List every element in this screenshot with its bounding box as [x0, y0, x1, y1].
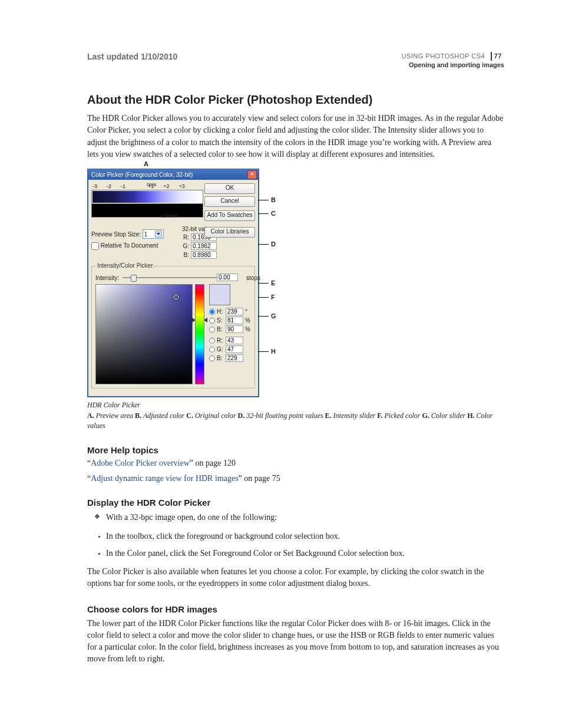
hsb-h-input[interactable]	[226, 308, 243, 315]
section-heading: About the HDR Color Picker (Photoshop Ex…	[87, 93, 504, 107]
color-field[interactable]	[95, 284, 193, 384]
hue-slider[interactable]	[195, 284, 204, 384]
preview-strip-new[interactable]	[91, 190, 203, 204]
cancel-button[interactable]: Cancel	[204, 196, 255, 207]
rgb-r-label: R:	[217, 337, 224, 344]
color-libraries-button[interactable]: Color Libraries	[204, 227, 255, 238]
close-icon[interactable]: ×	[247, 170, 257, 179]
link-adobe-color-picker-overview[interactable]: Adobe Color Picker overview	[91, 459, 190, 467]
intensity-slider[interactable]: Intensity: stops	[95, 275, 251, 281]
link-adjust-dynamic-range[interactable]: Adjust dynamic range view for HDR images	[91, 474, 238, 483]
intro-paragraph: The HDR Color Picker allows you to accur…	[87, 113, 504, 160]
legend-val: 32-bit floating point values	[244, 411, 325, 420]
preview-area: new -3 -2 -1 +1 +2 +3	[91, 183, 203, 218]
intensity-label: Intensity:	[95, 275, 119, 281]
bit-r-label: R:	[182, 234, 189, 241]
rgb-b-radio[interactable]	[209, 355, 215, 361]
figure-caption-title: HDR Color Picker	[87, 401, 504, 410]
hsb-b-radio[interactable]	[209, 327, 215, 332]
running-header: Last updated 1/10/2010 USING PHOTOSHOP C…	[87, 52, 504, 70]
hsb-b-unit: %	[245, 326, 251, 332]
hsb-h-label: H:	[217, 308, 224, 315]
hue-thumb-left-icon	[192, 318, 196, 322]
legend-key: B.	[135, 411, 141, 420]
legend-key: C.	[186, 411, 193, 420]
hsb-s-radio[interactable]	[209, 318, 215, 324]
rgb-g-label: G:	[217, 346, 224, 353]
titlebar[interactable]: Color Picker (Foreground Color, 32-bit) …	[88, 169, 259, 180]
intensity-value-input[interactable]	[217, 274, 238, 281]
stop-label	[135, 183, 138, 189]
display-after-paragraph: The Color Picker is also available when …	[87, 566, 504, 590]
hsb-h-unit: °	[245, 308, 251, 315]
dialog-title: Color Picker (Foreground Color, 32-bit)	[91, 172, 193, 178]
bit-b-input[interactable]	[191, 251, 217, 259]
hsb-b-input[interactable]	[226, 325, 243, 333]
preview-stop-size-value: 1	[144, 231, 148, 238]
legend-key: A.	[87, 411, 94, 420]
legend-val: Preview area	[94, 411, 135, 420]
doc-title: USING PHOTOSHOP CS4	[401, 52, 485, 60]
rgb-r-input[interactable]	[226, 337, 243, 344]
preview-strip-current	[91, 204, 203, 218]
legend-key: D.	[238, 411, 245, 420]
choose-heading: Choose colors for HDR images	[87, 604, 504, 614]
bit-b-label: B:	[182, 252, 189, 258]
preview-stop-size-dropdown[interactable]: 1	[143, 229, 164, 239]
figure-caption-legend: A. Preview area B. Adjusted color C. Ori…	[87, 411, 504, 431]
legend-key: H.	[467, 411, 474, 420]
label-new: new	[147, 182, 157, 187]
callout-F: F	[271, 294, 275, 301]
link-tail: ” on page 120	[190, 459, 236, 467]
preview-stop-size-label: Preview Stop Size:	[91, 231, 141, 238]
hsb-b-label: B:	[217, 326, 224, 332]
bit-g-input[interactable]	[191, 242, 217, 250]
ok-button[interactable]: OK	[204, 183, 255, 194]
choose-body: The lower part of the HDR Color Picker f…	[87, 618, 504, 666]
bit-g-label: G:	[182, 243, 189, 249]
rgb-g-input[interactable]	[226, 345, 243, 353]
help-link-1: “Adobe Color Picker overview” on page 12…	[87, 459, 504, 468]
hsb-s-label: S:	[217, 317, 224, 324]
callout-G: G	[271, 312, 276, 319]
callout-B: B	[271, 196, 276, 203]
rgb-g-radio[interactable]	[209, 347, 215, 353]
figure-hdr-color-picker: A Color Picker (Foreground Color, 32-bit…	[87, 169, 504, 431]
legend-key: G.	[422, 411, 429, 420]
color-field-cursor-icon	[173, 294, 179, 300]
legend-val: Adjusted color	[141, 411, 186, 420]
hsb-h-radio[interactable]	[209, 309, 215, 315]
callout-E: E	[271, 279, 275, 286]
legend-val: Intensity slider	[332, 411, 378, 420]
picked-color-swatch	[209, 284, 230, 305]
list-item: With a 32-bpc image open, do one of the …	[98, 511, 504, 524]
last-updated: Last updated 1/10/2010	[87, 52, 177, 61]
more-help-heading: More Help topics	[87, 445, 504, 455]
rgb-r-radio[interactable]	[209, 338, 215, 344]
group-title: Intensity/Color Picker	[95, 262, 154, 269]
display-heading: Display the HDR Color Picker	[87, 498, 504, 508]
list-item: In the toolbox, click the foreground or …	[106, 530, 504, 543]
hsb-s-input[interactable]	[226, 317, 243, 324]
stop-label: -1	[121, 183, 125, 189]
intensity-color-picker-group: Intensity/Color Picker Intensity: stops	[91, 266, 255, 388]
relative-to-document-checkbox[interactable]	[91, 242, 99, 250]
rgb-b-input[interactable]	[226, 354, 243, 362]
legend-val: Picked color	[382, 411, 422, 420]
add-to-swatches-button[interactable]: Add To Swatches	[204, 210, 255, 221]
stop-label: -2	[107, 183, 111, 189]
chevron-down-icon	[155, 230, 162, 238]
rgb-b-label: B:	[217, 355, 224, 361]
slider-thumb-icon[interactable]	[131, 275, 137, 282]
link-tail: ” on page 75	[239, 474, 280, 483]
stop-label: +3	[179, 183, 185, 189]
label-current: current	[161, 213, 177, 219]
legend-val: Color slider	[429, 411, 467, 420]
hsb-s-unit: %	[245, 317, 251, 324]
relative-to-document-label: Relative To Document	[101, 242, 158, 249]
stop-label: +2	[163, 183, 169, 189]
stop-label: -3	[92, 183, 97, 189]
list-item: In the Color panel, click the Set Foregr…	[106, 547, 504, 560]
chapter-title: Opening and importing images	[401, 61, 504, 70]
intensity-stops-label: stops	[246, 275, 260, 281]
